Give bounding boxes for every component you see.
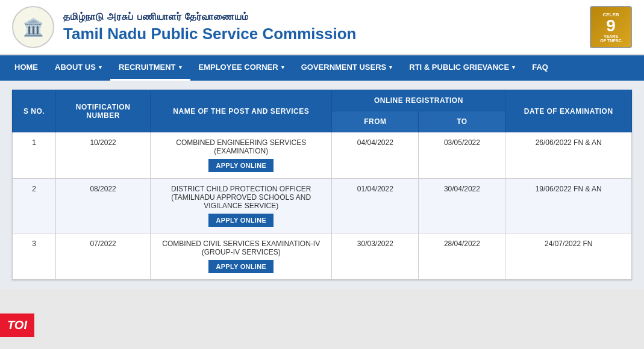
- nav-home[interactable]: HOME: [6, 55, 46, 81]
- cell-to: 28/04/2022: [419, 233, 505, 280]
- th-post-name: NAME OF THE POST AND SERVICES: [151, 90, 332, 132]
- header-text-block: தமிழ்நாடு அரசுப் பணியாளர் தேர்வாணையம் Ta…: [63, 11, 581, 43]
- badge-number: 9: [606, 17, 616, 34]
- table-row: 3 07/2022 COMBINED CIVIL SERVICES EXAMIN…: [13, 233, 632, 280]
- table-row: 1 10/2022 COMBINED ENGINEERING SERVICES …: [13, 132, 632, 179]
- th-to: TO: [419, 111, 505, 132]
- chevron-down-icon: ▾: [179, 64, 182, 70]
- cell-exam-date: 19/06/2022 FN & AN: [505, 179, 632, 233]
- cell-exam-date: 26/06/2022 FN & AN: [505, 132, 632, 179]
- cell-from: 04/04/2022: [332, 132, 419, 179]
- nav-rti[interactable]: RTI & PUBLIC GRIEVANCE ▾: [401, 55, 524, 81]
- cell-sno: 3: [13, 233, 56, 280]
- cell-post-name: DISTRICT CHILD PROTECTION OFFICER (TAMIL…: [151, 179, 332, 233]
- main-navbar: HOME ABOUT US ▾ RECRUITMENT ▾ EMPLOYEE C…: [0, 55, 644, 81]
- cell-sno: 2: [13, 179, 56, 233]
- site-header: 🏛️ தமிழ்நாடு அரசுப் பணியாளர் தேர்வாணையம்…: [0, 0, 644, 55]
- nav-faq[interactable]: FAQ: [524, 55, 557, 81]
- th-from: FROM: [332, 111, 419, 132]
- cell-exam-date: 24/07/2022 FN: [505, 233, 632, 280]
- cell-sno: 1: [13, 132, 56, 179]
- main-content: S NO. NOTIFICATION NUMBER NAME OF THE PO…: [0, 81, 644, 289]
- toi-watermark: TOI: [0, 313, 34, 337]
- recruitment-table: S NO. NOTIFICATION NUMBER NAME OF THE PO…: [12, 90, 632, 280]
- nav-recruitment[interactable]: RECRUITMENT ▾: [110, 55, 190, 81]
- cell-notification: 10/2022: [56, 132, 151, 179]
- th-online-registration: ONLINE REGISTRATION: [332, 90, 505, 111]
- tamil-title: தமிழ்நாடு அரசுப் பணியாளர் தேர்வாணையம்: [63, 11, 581, 22]
- badge-years-text: YEARSOF TNPSC: [600, 34, 621, 43]
- cell-post-name: COMBINED CIVIL SERVICES EXAMINATION-IV (…: [151, 233, 332, 280]
- anniversary-badge: CELEB 9 YEARSOF TNPSC: [590, 6, 632, 48]
- apply-online-button[interactable]: APPLY ONLINE: [208, 260, 274, 273]
- th-sno: S NO.: [13, 90, 56, 132]
- cell-from: 30/03/2022: [332, 233, 419, 280]
- chevron-down-icon: ▾: [389, 64, 392, 70]
- site-logo: 🏛️: [12, 6, 54, 48]
- cell-post-name: COMBINED ENGINEERING SERVICES (EXAMINATI…: [151, 132, 332, 179]
- cell-from: 01/04/2022: [332, 179, 419, 233]
- apply-online-button[interactable]: APPLY ONLINE: [208, 159, 274, 172]
- cell-notification: 08/2022: [56, 179, 151, 233]
- cell-to: 30/04/2022: [419, 179, 505, 233]
- th-notification: NOTIFICATION NUMBER: [56, 90, 151, 132]
- th-exam-date: DATE OF EXAMINATION: [505, 90, 632, 132]
- cell-to: 03/05/2022: [419, 132, 505, 179]
- table-row: 2 08/2022 DISTRICT CHILD PROTECTION OFFI…: [13, 179, 632, 233]
- nav-employee-corner[interactable]: EMPLOYEE CORNER ▾: [190, 55, 293, 81]
- chevron-down-icon: ▾: [281, 64, 284, 70]
- cell-notification: 07/2022: [56, 233, 151, 280]
- chevron-down-icon: ▾: [512, 64, 515, 70]
- english-title: Tamil Nadu Public Service Commission: [63, 25, 581, 43]
- apply-online-button[interactable]: APPLY ONLINE: [208, 214, 274, 227]
- table-header-row: S NO. NOTIFICATION NUMBER NAME OF THE PO…: [13, 90, 632, 111]
- nav-about[interactable]: ABOUT US ▾: [46, 55, 110, 81]
- nav-govt-users[interactable]: GOVERNMENT USERS ▾: [293, 55, 401, 81]
- chevron-down-icon: ▾: [99, 64, 102, 70]
